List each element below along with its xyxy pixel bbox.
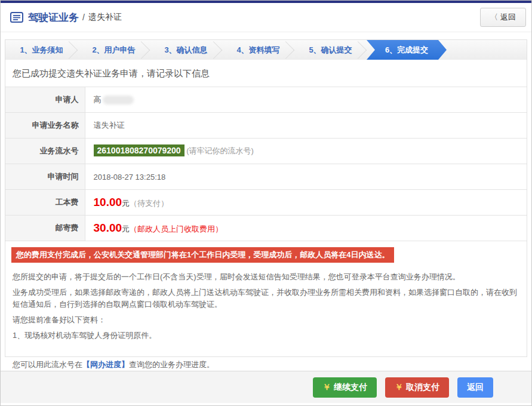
steps-bar: 1、业务须知2、用户申告3、确认信息4、资料填写5、确认提交6、完成提交 (5, 40, 527, 60)
steps-bar-filler (447, 40, 527, 60)
row-label: 申请时间 (5, 164, 85, 190)
table-row: 邮寄费30.00元（邮政人员上门收取费用） (5, 216, 527, 241)
step-label: 1、业务须知 (20, 45, 63, 56)
return-button[interactable]: 返回 (457, 377, 493, 398)
row-value: 30.00元（邮政人员上门收取费用） (85, 216, 527, 241)
table-row: 工本费10.00元（待支付） (5, 190, 527, 216)
step-tab-4: 4、资料填写 (222, 40, 294, 60)
footer-action-bar: ￥继续支付￥取消支付返回 (1, 371, 531, 403)
fee-unit: 元 (122, 199, 130, 208)
redacted-name (103, 96, 134, 104)
alert-banner: 您的费用支付完成后，公安机关交通管理部门将在1个工作日内受理，受理成功后，邮政人… (11, 247, 394, 263)
application-info-table: 申请人高申请业务名称遗失补证业务流水号261001808270079200 (请… (5, 87, 527, 241)
row-value: 261001808270079200 (请牢记你的流水号) (85, 139, 527, 164)
row-label: 申请业务名称 (5, 113, 85, 139)
notice-paragraph: 您所提交的申请，将于提交后的一个工作日(不含当天)受理，届时会发送短信告知受理结… (13, 271, 519, 283)
continue-pay-button[interactable]: ￥继续支付 (313, 377, 377, 398)
value-note: （邮政人员上门收取费用） (130, 224, 223, 233)
breadcrumb-separator: / (82, 13, 85, 22)
serial-number-badge: 261001808270079200 (94, 144, 184, 156)
table-row: 申请时间2018-08-27 13:25:18 (5, 164, 527, 190)
notice-paragraph: 1、现场核对机动车驾驶人身份证明原件。 (13, 330, 519, 342)
table-row: 业务流水号261001808270079200 (请牢记你的流水号) (5, 139, 527, 164)
step-label: 2、用户申告 (92, 45, 135, 56)
value-text: 2018-08-27 13:25:18 (94, 173, 166, 182)
value-note: (请牢记你的流水号) (184, 146, 254, 155)
row-label: 业务流水号 (5, 139, 85, 164)
row-value: 2018-08-27 13:25:18 (85, 164, 527, 190)
step-tab-1: 1、业务须知 (5, 40, 78, 60)
row-value: 遗失补证 (85, 113, 527, 139)
progress-suffix: 查询您的业务办理进度。 (129, 360, 214, 369)
row-label: 申请人 (5, 87, 85, 113)
success-message: 您已成功提交遗失补证业务申请，请记录以下信息 (5, 60, 527, 87)
fee-amount: 30.00 (94, 222, 122, 234)
yen-icon: ￥ (395, 382, 403, 392)
chevron-left-icon: 〈 (490, 13, 498, 21)
row-value: 10.00元（待支付） (85, 190, 527, 216)
step-label: 5、确认提交 (309, 45, 352, 56)
license-list-icon (10, 12, 23, 23)
value-text: 遗失补证 (94, 121, 125, 130)
breadcrumb-current: 遗失补证 (88, 12, 122, 23)
back-button[interactable]: 〈返回 (480, 8, 526, 27)
step-tab-2: 2、用户申告 (78, 40, 150, 60)
page-title: 驾驶证业务 (28, 11, 79, 24)
content-panel: 1、业务须知2、用户申告3、确认信息4、资料填写5、确认提交6、完成提交 您已成… (5, 39, 527, 357)
button-label: 返回 (467, 382, 484, 392)
cancel-pay-button[interactable]: ￥取消支付 (385, 377, 449, 398)
table-row: 申请业务名称遗失补证 (5, 113, 527, 139)
notice-paragraph: 请您提前准备好以下资料： (13, 314, 519, 326)
row-label: 工本费 (5, 190, 85, 216)
notice-paragraphs: 您所提交的申请，将于提交后的一个工作日(不含当天)受理，届时会发送短信告知受理结… (5, 265, 527, 347)
page-header: 驾驶证业务 / 遗失补证 〈返回 (1, 3, 531, 32)
online-progress-link[interactable]: 【网办进度】 (82, 360, 129, 369)
step-label: 6、完成提交 (385, 45, 428, 56)
yen-icon: ￥ (322, 382, 331, 392)
fee-unit: 元 (122, 224, 130, 233)
step-tab-6: 6、完成提交 (367, 40, 447, 60)
progress-query-line: 您可以用此流水号在【网办进度】查询您的业务办理进度。 (5, 347, 527, 370)
button-label: 继续支付 (334, 382, 367, 392)
step-label: 3、确认信息 (164, 45, 207, 56)
progress-prefix: 您可以用此流水号在 (13, 360, 82, 369)
table-row: 申请人高 (5, 87, 527, 113)
row-label: 邮寄费 (5, 216, 85, 241)
back-button-label: 返回 (500, 13, 516, 21)
row-value: 高 (85, 87, 527, 113)
step-tab-3: 3、确认信息 (150, 40, 222, 60)
button-label: 取消支付 (406, 382, 439, 392)
value-note: （待支付） (130, 199, 168, 208)
notice-paragraph: 业务成功受理后，如果选择邮政寄递的，邮政人员将上门送达机动车驾驶证，并收取办理业… (13, 287, 519, 310)
fee-amount: 10.00 (94, 196, 122, 208)
info-table-body: 申请人高申请业务名称遗失补证业务流水号261001808270079200 (请… (5, 87, 527, 241)
step-label: 4、资料填写 (236, 45, 279, 56)
value-text: 高 (94, 95, 102, 104)
step-tab-5: 5、确认提交 (294, 40, 367, 60)
